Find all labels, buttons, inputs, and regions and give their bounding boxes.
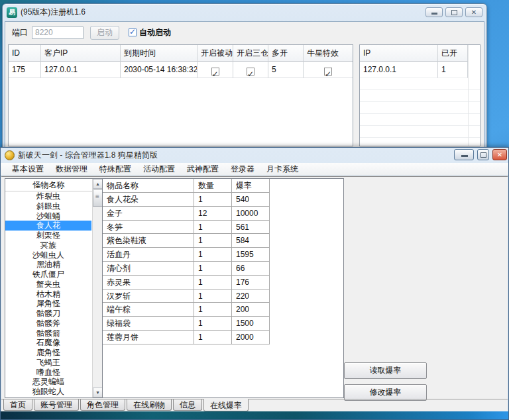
cell: 1500 — [232, 317, 270, 331]
menu-item-登录器[interactable]: 登录器 — [225, 163, 260, 175]
monster-list-item[interactable]: 恶灵蝙蝠 — [5, 377, 91, 387]
table-row[interactable]: 端午粽1200 — [103, 303, 343, 317]
maximize-button[interactable] — [445, 7, 463, 17]
column-header[interactable]: 爆率 — [232, 179, 270, 193]
table-row[interactable]: 175127.0.0.12030-05-14 16:38:325 — [9, 62, 353, 78]
monster-list-item[interactable]: 食人花 — [5, 221, 91, 231]
column-header[interactable]: IP — [360, 45, 438, 62]
menu-item-月卡系统[interactable]: 月卡系统 — [260, 163, 304, 175]
column-header[interactable]: ID — [9, 45, 41, 62]
tab-首页[interactable]: 首页 — [3, 399, 32, 411]
scroll-down-icon[interactable]: ▼ — [93, 388, 103, 397]
monster-list-item[interactable]: 石魔像 — [5, 338, 91, 348]
monster-list-item[interactable]: 冥族 — [5, 240, 91, 250]
table-row[interactable]: 清心剂166 — [103, 262, 343, 276]
monster-list-item[interactable]: 骷髅箭 — [5, 329, 91, 339]
cell-checkbox[interactable] — [324, 68, 332, 76]
monster-list-item[interactable]: 沙蛆虫人 — [5, 250, 91, 260]
column-header[interactable]: 多开 — [268, 45, 304, 62]
client-table[interactable]: ID客户IP到期时间开启被动开启三仓多开牛星特效175127.0.0.12030… — [8, 44, 353, 146]
monster-list-item[interactable]: 骷髅刀 — [5, 309, 91, 319]
cell: 1 — [194, 331, 232, 344]
monster-list-item[interactable]: 独眼蛇人 — [5, 387, 91, 397]
registrar-titlebar[interactable]: 易 (95版本)注册机1.6 ✕ — [3, 4, 486, 21]
column-header[interactable]: 物品名称 — [103, 179, 194, 193]
start-button[interactable]: 启动 — [90, 26, 119, 40]
cell: 冬笋 — [103, 221, 194, 235]
cell: 端午粽 — [103, 303, 194, 317]
monster-list-item[interactable]: 枯木精 — [5, 289, 91, 299]
maximize-button[interactable] — [477, 149, 489, 160]
tab-角色管理[interactable]: 角色管理 — [80, 399, 125, 411]
monster-list-item[interactable]: 黑油精 — [5, 260, 91, 270]
menu-item-基本设置[interactable]: 基本设置 — [6, 163, 50, 175]
menu-bar: 基本设置数据管理特殊配置活动配置武神配置登录器月卡系统 — [1, 163, 508, 176]
column-header[interactable]: 已开 — [438, 45, 468, 62]
cell-checkbox[interactable] — [211, 68, 219, 76]
tab-信息[interactable]: 信息 — [173, 399, 202, 411]
column-header[interactable]: 客户IP — [41, 45, 121, 62]
table-row[interactable]: 莲蓉月饼12000 — [103, 331, 343, 344]
autostart-label: 自动启动 — [139, 27, 171, 38]
close-button[interactable]: ✕ — [492, 149, 507, 160]
column-header[interactable]: 牛星特效 — [304, 45, 353, 62]
monster-list-item[interactable]: 蟹夹虫 — [5, 280, 91, 289]
port-label: 端口 — [12, 27, 28, 38]
column-header[interactable]: 到期时间 — [121, 45, 198, 62]
column-header[interactable]: 开启三仓 — [233, 45, 268, 62]
menu-item-武神配置[interactable]: 武神配置 — [181, 163, 225, 175]
scrollbar-thumb[interactable] — [93, 189, 103, 207]
cell-checkbox[interactable] — [247, 68, 254, 76]
manager-titlebar[interactable]: 新破天一剑 - 综合管理器1.8 狗星精简版 ✕ — [1, 148, 508, 163]
monster-list-item-partial[interactable]: 沙蛆精怪 — [5, 397, 91, 397]
monster-list-item[interactable]: 铁爪僵尸 — [5, 270, 91, 280]
minimize-button[interactable] — [454, 149, 474, 160]
table-row[interactable]: 赤灵果1176 — [103, 276, 343, 289]
monster-list-item[interactable]: 鹿角怪 — [5, 348, 91, 358]
port-input[interactable] — [32, 26, 84, 39]
tab-在线刷物[interactable]: 在线刷物 — [127, 399, 172, 411]
cell: 540 — [232, 193, 270, 207]
tab-在线爆率[interactable]: 在线爆率 — [203, 399, 249, 411]
table-row[interactable]: 紫色染鞋液1584 — [103, 234, 343, 248]
table-row[interactable]: 绿福袋11500 — [103, 317, 343, 331]
monster-list-item[interactable]: 炸裂虫 — [5, 191, 91, 201]
menu-item-特殊配置[interactable]: 特殊配置 — [93, 163, 137, 175]
monster-list-item[interactable]: 犀角怪 — [5, 299, 91, 309]
column-header[interactable]: 数量 — [194, 179, 232, 193]
cell — [198, 62, 233, 78]
table-row[interactable]: 冬笋1561 — [103, 221, 343, 235]
monster-list-scrollbar[interactable]: ▲ ▼ — [92, 179, 102, 397]
autostart-checkbox[interactable] — [129, 28, 137, 36]
minimize-button[interactable] — [425, 7, 443, 17]
menu-item-活动配置[interactable]: 活动配置 — [137, 163, 181, 175]
ip-table[interactable]: IP已开127.0.0.11 — [359, 44, 481, 146]
registrar-window: 易 (95版本)注册机1.6 ✕ 端口 启动 自动启动 ID客户IP到期时间开启… — [2, 3, 487, 150]
read-droprate-button[interactable]: 读取爆率 — [344, 362, 427, 379]
cell: 1 — [194, 248, 232, 262]
registrar-toolbar: 端口 启动 自动启动 — [5, 22, 484, 43]
cell: 127.0.0.1 — [41, 62, 121, 78]
cell: 活血丹 — [103, 248, 194, 262]
item-drop-table[interactable]: 物品名称数量爆率 食人花朵1540金子1210000冬笋1561紫色染鞋液158… — [102, 178, 344, 398]
close-button[interactable]: ✕ — [465, 7, 482, 17]
table-row[interactable]: 127.0.0.11 — [360, 62, 480, 78]
table-row[interactable]: 食人花朵1540 — [103, 193, 343, 207]
monster-list-item[interactable]: 骷髅斧 — [5, 319, 91, 329]
table-row[interactable]: 金子1210000 — [103, 207, 343, 221]
monster-list-item[interactable]: 刺栗怪 — [5, 231, 91, 240]
menu-item-数据管理[interactable]: 数据管理 — [50, 163, 93, 175]
table-row[interactable]: 汉罗斩1220 — [103, 289, 343, 303]
monster-list[interactable]: 怪物名称 炸裂虫斜眼虫沙蛆蛹食人花刺栗怪冥族沙蛆虫人黑油精铁爪僵尸蟹夹虫枯木精犀… — [5, 178, 103, 398]
column-header[interactable]: 开启被动 — [198, 45, 233, 62]
tab-账号管理[interactable]: 账号管理 — [34, 399, 79, 411]
monster-list-item[interactable]: 斜眼虫 — [5, 201, 91, 211]
cell: 清心剂 — [103, 262, 194, 276]
cell: 1 — [194, 303, 232, 317]
scroll-up-icon[interactable]: ▲ — [93, 179, 103, 189]
monster-list-item[interactable]: 嗜血怪 — [5, 368, 91, 378]
table-row[interactable]: 活血丹11595 — [103, 248, 343, 262]
cell: 2030-05-14 16:38:32 — [121, 62, 198, 78]
monster-list-item[interactable]: 飞蝎王 — [5, 358, 91, 368]
monster-list-item[interactable]: 沙蛆蛹 — [5, 211, 91, 221]
